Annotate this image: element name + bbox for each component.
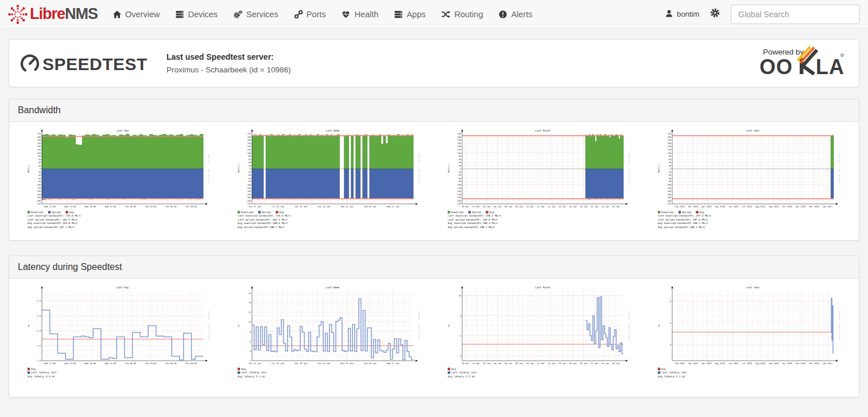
speedtest-logo-text: SPEEDTEST: [42, 55, 148, 74]
user-menu[interactable]: bontim: [665, 9, 699, 20]
graph-bandwidth-month[interactable]: 220200180160140120100806040200-20-40-60-…: [447, 128, 631, 237]
librenms-brand[interactable]: LibreNMS: [8, 5, 98, 24]
svg-text:120: 120: [247, 149, 251, 151]
svg-text:29 Dec: 29 Dec: [462, 206, 469, 208]
svg-text:2: 2: [250, 360, 251, 362]
settings-gear-icon[interactable]: [710, 7, 720, 21]
svg-text:160: 160: [37, 142, 41, 145]
svg-text:Last upload bandwidth: 181.5 M: Last upload bandwidth: 181.5 Mb/s: [28, 218, 78, 221]
svg-text:Wed 15:00: Wed 15:00: [64, 362, 75, 365]
svg-text:-80: -80: [668, 180, 671, 183]
graph-latency-week[interactable]: 246810121416Thu 21 JanFri 22 JanSat 23 J…: [237, 284, 421, 393]
svg-text:OO: OO: [760, 55, 793, 79]
svg-text:-100: -100: [456, 184, 461, 186]
svg-text:Avg latency 5.1 ms: Avg latency 5.1 ms: [238, 375, 265, 378]
svg-text:Apr 2020: Apr 2020: [702, 362, 711, 365]
speedtest-gauge-icon: [20, 53, 41, 75]
svg-text:RRDTOOL / TOBI OETIKER: RRDTOOL / TOBI OETIKER: [418, 155, 420, 183]
svg-text:10: 10: [459, 295, 461, 297]
svg-text:Jul 2020: Jul 2020: [742, 206, 751, 208]
svg-text:200: 200: [37, 136, 41, 138]
svg-text:22 Jan: 22 Jan: [591, 362, 598, 365]
latency-panel-body: 2.03.04.05.06.0Wed 12:00Wed 15:00Wed 18:…: [9, 279, 859, 397]
svg-text:-220: -220: [456, 203, 461, 205]
svg-text:200: 200: [247, 136, 251, 138]
svg-text:16: 16: [249, 292, 251, 295]
svg-text:100: 100: [668, 152, 671, 155]
apps-icon: [394, 10, 403, 19]
svg-text:60: 60: [38, 159, 41, 161]
svg-text:Thu 03:00: Thu 03:00: [145, 362, 156, 365]
svg-text:Avg upload bandwidth 188.1 Mb/: Avg upload bandwidth 188.1 Mb/s: [448, 226, 495, 229]
svg-text:Last Month: Last Month: [535, 129, 551, 132]
nav-item-ports[interactable]: Ports: [294, 10, 326, 19]
svg-text:Sep 2020: Sep 2020: [769, 362, 778, 365]
svg-text:-180: -180: [456, 196, 461, 199]
graph-bandwidth-day[interactable]: 220200180160140120100806040200-20-40-60-…: [26, 128, 211, 237]
svg-text:Download: Download: [451, 211, 464, 214]
svg-text:8: 8: [250, 331, 251, 333]
graph-latency-day[interactable]: 2.03.04.05.06.0Wed 12:00Wed 15:00Wed 18:…: [26, 284, 211, 393]
svg-text:80: 80: [669, 155, 671, 157]
graph-bandwidth-week[interactable]: 220200180160140120100806040200-20-40-60-…: [237, 128, 421, 237]
svg-text:200: 200: [458, 136, 461, 138]
svg-text:2.0: 2.0: [37, 360, 41, 362]
svg-text:22 Jan: 22 Jan: [591, 206, 598, 208]
svg-text:Apr 2020: Apr 2020: [702, 206, 711, 208]
heartbeat-icon: [341, 10, 351, 19]
svg-text:Avg: Avg: [31, 368, 36, 370]
svg-text:Upload: Upload: [262, 211, 271, 214]
svg-text:0: 0: [250, 168, 251, 170]
svg-text:18 Jan: 18 Jan: [569, 206, 576, 208]
nav-item-health[interactable]: Health: [341, 10, 378, 19]
global-search-input[interactable]: [731, 5, 860, 24]
svg-text:Avg: Avg: [241, 368, 246, 370]
svg-text:20: 20: [459, 165, 461, 167]
bandwidth-panel: Bandwidth 220200180160140120100806040200…: [9, 99, 859, 241]
nav-item-alerts[interactable]: Alerts: [498, 10, 532, 19]
nav-item-overview[interactable]: Overview: [113, 10, 160, 19]
ookla-k-lower-arm: [803, 66, 814, 74]
brand-text: LibreNMS: [30, 5, 98, 23]
svg-text:Feb 2020: Feb 2020: [675, 362, 684, 365]
svg-text:29 Dec: 29 Dec: [462, 362, 469, 365]
svg-text:Avg download bandwidth 208.6 M: Avg download bandwidth 208.6 Mb/s: [238, 222, 288, 225]
svg-text:140: 140: [247, 145, 251, 148]
svg-text:RRDTOOL / TOBI OETIKER: RRDTOOL / TOBI OETIKER: [628, 155, 630, 183]
svg-text:4: 4: [460, 355, 461, 357]
svg-text:6.0: 6.0: [37, 300, 41, 302]
svg-text:14 Jan: 14 Jan: [548, 206, 555, 208]
svg-text:Oct 2020: Oct 2020: [782, 362, 792, 365]
svg-text:Last Month: Last Month: [535, 286, 551, 289]
nav-item-apps[interactable]: Apps: [394, 10, 425, 19]
svg-text:-60: -60: [37, 177, 41, 180]
nav-item-services[interactable]: Services: [233, 10, 278, 19]
svg-text:16 Jan: 16 Jan: [559, 362, 566, 365]
user-icon: [665, 9, 673, 20]
svg-text:Mon 25 Jan: Mon 25 Jan: [341, 362, 354, 365]
svg-text:24 Jan: 24 Jan: [602, 362, 609, 365]
svg-text:160: 160: [668, 142, 671, 145]
nav-item-routing[interactable]: Routing: [441, 10, 483, 19]
graph-latency-month[interactable]: 4681029 Dec31 Dec02 Jan04 Jan06 Jan08 Ja…: [447, 284, 631, 393]
svg-text:-120: -120: [36, 187, 41, 190]
svg-text:-100: -100: [246, 184, 251, 186]
svg-text:RRDTOOL / TOBI OETIKER: RRDTOOL / TOBI OETIKER: [628, 311, 630, 340]
graph-latency-year[interactable]: 468Feb 2020Mar 2020Apr 2020May 2020Jun 2…: [657, 284, 842, 393]
main-menu: Overview Devices Services Ports Health A…: [113, 10, 533, 19]
svg-text:4: 4: [670, 343, 671, 346]
latency-panel-title: Latency during Speedtest: [9, 256, 859, 279]
svg-text:Download: Download: [241, 211, 254, 214]
svg-text:220: 220: [37, 133, 41, 135]
nav-item-devices[interactable]: Devices: [175, 10, 218, 19]
svg-text:0: 0: [460, 168, 461, 170]
svg-text:Last Day: Last Day: [117, 286, 129, 289]
svg-text:Mbit/s: Mbit/s: [447, 165, 450, 173]
svg-text:-160: -160: [246, 194, 251, 196]
svg-text:Download: Download: [661, 211, 674, 214]
graph-bandwidth-year[interactable]: 220200180160140120100806040200-20-40-60-…: [657, 128, 842, 237]
svg-text:140: 140: [37, 145, 41, 148]
svg-text:Last latency (ms): Last latency (ms): [661, 371, 687, 374]
svg-text:Sat 23 Jan: Sat 23 Jan: [294, 362, 307, 365]
svg-text:02 Jan: 02 Jan: [483, 362, 491, 365]
